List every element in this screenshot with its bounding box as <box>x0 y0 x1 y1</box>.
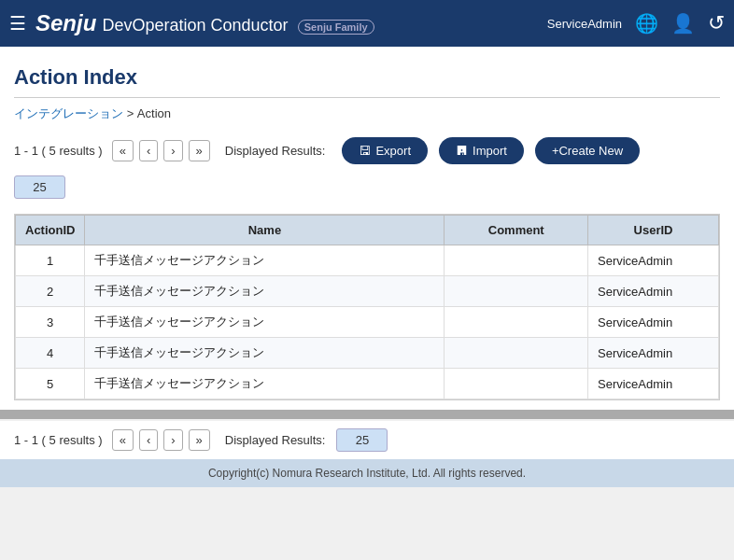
export-icon: 🖫 <box>359 144 371 158</box>
first-page-button-top[interactable]: « <box>112 140 134 161</box>
last-page-button-top[interactable]: » <box>189 140 210 161</box>
col-header-name: Name <box>85 216 445 245</box>
import-icon: 🖪 <box>456 144 468 158</box>
cell-userid: ServiceAdmin <box>588 245 719 276</box>
page-title: Action Index <box>14 56 720 98</box>
pagination-info-bottom: 1 - 1 ( 5 results ) <box>14 433 103 447</box>
app-title: DevOperation Conductor <box>102 16 288 35</box>
top-toolbar: 1 - 1 ( 5 results ) « ‹ › » Displayed Re… <box>14 130 720 172</box>
display-results-input[interactable] <box>14 175 65 199</box>
table-row[interactable]: 5千手送信メッセージアクションServiceAdmin <box>16 369 719 399</box>
header-right: ServiceAdmin 🌐 👤 ↺ <box>547 11 725 35</box>
cell-name: 千手送信メッセージアクション <box>85 338 445 369</box>
import-label: Import <box>473 144 507 158</box>
header: ☰ Senju DevOperation Conductor Senju Fam… <box>0 0 734 47</box>
cell-comment <box>445 276 588 307</box>
display-results-row <box>14 172 720 206</box>
cell-userid: ServiceAdmin <box>588 276 719 307</box>
family-label: Senju Family <box>298 20 374 35</box>
next-page-button-top[interactable]: › <box>163 140 182 161</box>
data-table-container: ActionID Name Comment UserID 1千手送信メッセージア… <box>14 214 720 400</box>
cell-comment <box>445 369 588 399</box>
bottom-toolbar: 1 - 1 ( 5 results ) « ‹ › » Displayed Re… <box>14 421 720 459</box>
cell-actionid: 4 <box>16 338 85 369</box>
pagination-info-top: 1 - 1 ( 5 results ) <box>14 144 103 158</box>
header-logo: Senju DevOperation Conductor Senju Famil… <box>35 10 538 36</box>
scrollbar-area[interactable] <box>0 410 734 419</box>
cell-name: 千手送信メッセージアクション <box>85 245 445 276</box>
header-username: ServiceAdmin <box>547 17 622 31</box>
main-content: Action Index インテグレーション > Action 1 - 1 ( … <box>0 47 734 410</box>
cell-comment <box>445 245 588 276</box>
table-header-row: ActionID Name Comment UserID <box>16 216 719 245</box>
prev-page-button-bottom[interactable]: ‹ <box>139 429 158 451</box>
cell-userid: ServiceAdmin <box>588 338 719 369</box>
cell-actionid: 2 <box>16 276 85 307</box>
cell-actionid: 3 <box>16 307 85 338</box>
breadcrumb-current: Action <box>137 106 171 120</box>
breadcrumb-separator: > <box>127 106 137 120</box>
export-label: Export <box>375 144 411 158</box>
table-row[interactable]: 2千手送信メッセージアクションServiceAdmin <box>16 276 719 307</box>
footer: Copyright(c) Nomura Research Institute, … <box>0 459 734 487</box>
menu-icon[interactable]: ☰ <box>9 12 26 35</box>
breadcrumb-parent[interactable]: インテグレーション <box>14 106 123 120</box>
display-results-label-top: Displayed Results: <box>225 144 326 158</box>
table-row[interactable]: 1千手送信メッセージアクションServiceAdmin <box>16 245 719 276</box>
prev-page-button-top[interactable]: ‹ <box>139 140 158 161</box>
cell-userid: ServiceAdmin <box>588 369 719 399</box>
breadcrumb: インテグレーション > Action <box>14 98 720 130</box>
first-page-button-bottom[interactable]: « <box>112 429 134 451</box>
display-results-label-bottom: Displayed Results: <box>225 433 326 447</box>
cell-actionid: 5 <box>16 369 85 399</box>
cell-name: 千手送信メッセージアクション <box>85 276 445 307</box>
brand-name: Senju <box>35 10 96 35</box>
cell-name: 千手送信メッセージアクション <box>85 307 445 338</box>
import-button[interactable]: 🖪 Import <box>439 137 524 164</box>
cell-name: 千手送信メッセージアクション <box>85 369 445 399</box>
export-button[interactable]: 🖫 Export <box>342 137 428 164</box>
col-header-actionid: ActionID <box>16 216 85 245</box>
col-header-userid: UserID <box>588 216 719 245</box>
create-new-button[interactable]: +Create New <box>535 137 640 164</box>
display-results-input-bottom[interactable] <box>336 428 388 452</box>
cell-comment <box>445 338 588 369</box>
globe-icon[interactable]: 🌐 <box>635 12 658 35</box>
cell-userid: ServiceAdmin <box>588 307 719 338</box>
table-row[interactable]: 4千手送信メッセージアクションServiceAdmin <box>16 338 719 369</box>
last-page-button-bottom[interactable]: » <box>189 429 210 451</box>
action-table: ActionID Name Comment UserID 1千手送信メッセージア… <box>15 215 719 399</box>
refresh-icon[interactable]: ↺ <box>708 11 725 35</box>
footer-text: Copyright(c) Nomura Research Institute, … <box>208 467 526 480</box>
cell-comment <box>445 307 588 338</box>
create-new-label: +Create New <box>552 144 623 158</box>
table-row[interactable]: 3千手送信メッセージアクションServiceAdmin <box>16 307 719 338</box>
bottom-area: 1 - 1 ( 5 results ) « ‹ › » Displayed Re… <box>0 421 734 459</box>
cell-actionid: 1 <box>16 245 85 276</box>
next-page-button-bottom[interactable]: › <box>163 429 182 451</box>
col-header-comment: Comment <box>445 216 588 245</box>
user-icon[interactable]: 👤 <box>671 12 695 35</box>
